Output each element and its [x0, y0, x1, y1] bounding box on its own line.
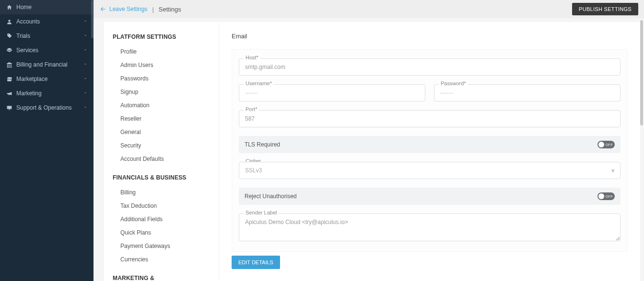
chevron-down-icon: [83, 61, 88, 68]
tls-toggle-row: TLS Required OFF: [239, 136, 621, 153]
monitor-icon: [6, 104, 12, 111]
username-label: Username*: [244, 80, 274, 86]
settings-section-title: MARKETING & COMMUNICATIONS: [104, 272, 219, 281]
nav-label: Support & Operations: [16, 104, 83, 111]
cipher-select[interactable]: [239, 162, 621, 179]
settings-link-additional-fields[interactable]: Additional Fields: [108, 213, 215, 226]
nav-item-home[interactable]: Home: [0, 0, 94, 14]
host-input[interactable]: [239, 58, 621, 76]
main-panel: Email Host* Username* Password* Port*: [219, 22, 640, 281]
reject-label: Reject Unauthorised: [245, 193, 297, 200]
nav-label: Marketplace: [16, 76, 83, 82]
chevron-down-icon: [83, 18, 88, 25]
settings-link-tax-deduction[interactable]: Tax Deduction: [108, 199, 215, 213]
settings-link-currencies[interactable]: Currencies: [108, 253, 215, 266]
bank-icon: [6, 61, 12, 68]
port-label: Port*: [244, 106, 259, 112]
megaphone-icon: [6, 90, 12, 97]
settings-section-title: PLATFORM SETTINGS: [104, 31, 219, 45]
nav-label: Accounts: [16, 18, 83, 25]
port-input[interactable]: [239, 110, 621, 127]
publish-settings-button[interactable]: PUBLISH SETTINGS: [572, 3, 638, 15]
toggle-knob-icon: [598, 142, 604, 147]
toggle-knob-icon: [598, 193, 604, 199]
person-icon: [6, 18, 12, 25]
tls-toggle[interactable]: OFF: [597, 141, 615, 148]
settings-link-signup[interactable]: Signup: [108, 85, 215, 99]
topbar: Leave Settings | Settings PUBLISH SETTIN…: [94, 0, 644, 18]
sender-label: Sender Label: [244, 210, 279, 215]
nav-item-trials[interactable]: Trials: [0, 29, 94, 43]
settings-link-billing[interactable]: Billing: [108, 186, 215, 199]
page-title: Settings: [159, 6, 181, 13]
host-label: Host*: [244, 55, 260, 60]
chevron-down-icon: [83, 33, 88, 39]
svg-point-0: [8, 20, 10, 22]
tag-icon: [6, 33, 12, 39]
settings-link-passwords[interactable]: Passwords: [108, 72, 215, 85]
settings-link-quick-plans[interactable]: Quick Plans: [108, 226, 215, 239]
layers-icon: [6, 47, 12, 54]
nav-item-accounts[interactable]: Accounts: [0, 14, 94, 29]
settings-link-admin-users[interactable]: Admin Users: [108, 58, 215, 72]
leave-settings-link[interactable]: Leave Settings: [100, 6, 147, 12]
form-heading: Email: [232, 33, 628, 40]
home-icon: [6, 4, 12, 11]
tls-label: TLS Required: [245, 141, 280, 148]
leave-settings-label: Leave Settings: [109, 6, 147, 12]
edit-details-button[interactable]: EDIT DETAILS: [232, 256, 280, 269]
toggle-state-label: OFF: [606, 195, 613, 198]
nav-item-services[interactable]: Services: [0, 43, 94, 57]
password-field-wrap: Password*: [434, 84, 621, 101]
nav-label: Marketing: [16, 90, 83, 97]
sender-textarea[interactable]: [239, 214, 621, 241]
sender-field-wrap: Sender Label: [239, 214, 621, 243]
chevron-down-icon: [83, 104, 88, 111]
chevron-down-icon: [83, 47, 88, 54]
reject-toggle-row: Reject Unauthorised OFF: [239, 188, 621, 205]
settings-link-payment-gateways[interactable]: Payment Gateways: [108, 239, 215, 253]
content-area: PLATFORM SETTINGS Profile Admin Users Pa…: [94, 18, 644, 281]
cipher-field-wrap: Cipher ▾: [239, 162, 621, 179]
port-field-wrap: Port*: [239, 110, 621, 127]
reject-toggle[interactable]: OFF: [597, 192, 615, 200]
email-form-box: Host* Username* Password* Port* TLS Requ…: [232, 49, 628, 252]
chevron-down-icon: [83, 76, 88, 82]
settings-nav-panel: PLATFORM SETTINGS Profile Admin Users Pa…: [104, 22, 219, 281]
settings-link-profile[interactable]: Profile: [108, 45, 215, 58]
store-icon: [6, 76, 12, 82]
nav-label: Services: [16, 47, 83, 54]
nav-label: Home: [16, 4, 88, 11]
password-label: Password*: [439, 80, 468, 86]
nav-label: Billing and Financial: [16, 61, 83, 68]
chevron-down-icon: [83, 90, 88, 97]
settings-link-account-defaults[interactable]: Account Defaults: [108, 152, 215, 166]
password-input[interactable]: [434, 84, 621, 101]
nav-item-marketing[interactable]: Marketing: [0, 86, 94, 101]
username-input[interactable]: [239, 84, 425, 101]
settings-link-security[interactable]: Security: [108, 139, 215, 152]
arrow-left-icon: [100, 6, 106, 12]
nav-item-billing[interactable]: Billing and Financial: [0, 57, 94, 72]
main-scrollbar-thumb[interactable]: [640, 20, 643, 125]
main-nav-sidebar: Home Accounts Trials Services Billing an…: [0, 0, 94, 281]
username-field-wrap: Username*: [239, 84, 425, 101]
toggle-state-label: OFF: [606, 143, 613, 146]
nav-item-marketplace[interactable]: Marketplace: [0, 72, 94, 86]
settings-section-title: FINANCIALS & BUSINESS: [104, 171, 219, 186]
nav-label: Trials: [16, 33, 83, 39]
breadcrumb-separator: |: [152, 6, 153, 13]
host-field-wrap: Host*: [239, 58, 621, 76]
settings-link-reseller[interactable]: Reseller: [108, 112, 215, 125]
settings-link-automation[interactable]: Automation: [108, 99, 215, 112]
settings-link-general[interactable]: General: [108, 125, 215, 139]
nav-item-support[interactable]: Support & Operations: [0, 101, 94, 115]
